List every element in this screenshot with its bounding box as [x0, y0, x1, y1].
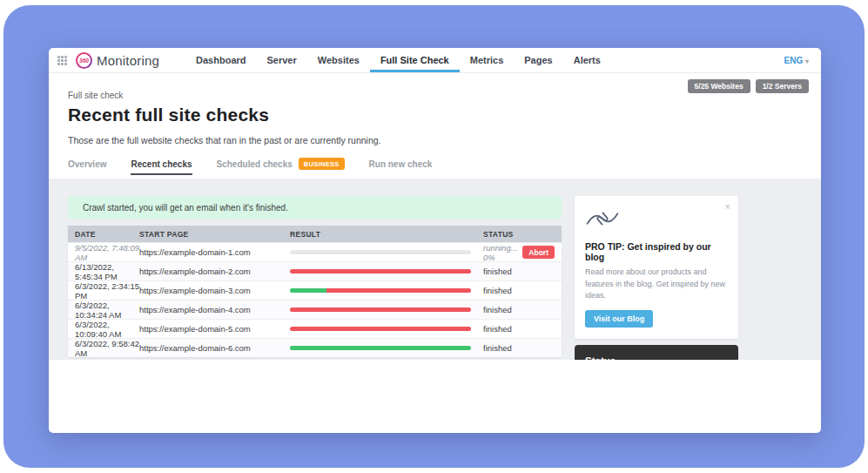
cell-start-page: https://example-domain-3.com [139, 286, 290, 295]
cell-date: 6/3/2022, 9:58:42 AM [68, 339, 139, 358]
cell-result [290, 269, 483, 274]
column-header-start-page: START PAGE [139, 230, 290, 239]
cell-date: 6/3/2022, 10:34:24 AM [68, 301, 139, 320]
status-text: finished [483, 286, 512, 295]
progress-segment [290, 288, 326, 293]
tab-overview[interactable]: Overview [68, 159, 106, 175]
nav-item-pages[interactable]: Pages [514, 48, 562, 72]
usage-badge-0: 5/25 Websites [688, 79, 750, 93]
tab-label: Overview [68, 159, 106, 169]
page-header: 5/25 Websites1/2 Servers Full site check… [49, 73, 821, 179]
progress-bar [290, 346, 471, 350]
tab-label: Recent checks [131, 159, 192, 169]
visit-blog-button[interactable]: Visit our Blog [585, 310, 653, 328]
cell-status: finished [483, 305, 562, 314]
chevron-down-icon: ▾ [805, 57, 809, 65]
tab-recent-checks[interactable]: Recent checks [131, 159, 192, 175]
close-icon[interactable]: × [725, 202, 730, 212]
protip-card: × PRO TIP: Get inspired by our blog Read… [575, 196, 738, 339]
cell-start-page: https://example-domain-4.com [139, 305, 290, 314]
cell-start-page: https://example-domain-2.com [139, 267, 290, 276]
table-header-row: DATESTART PAGERESULTSTATUS [68, 226, 562, 242]
brand-name: Monitoring [97, 53, 159, 68]
protip-title: PRO TIP: Get inspired by our blog [585, 241, 728, 262]
handshake-icon [585, 206, 620, 231]
progress-segment [290, 327, 471, 331]
sidebar: × PRO TIP: Get inspired by our blog Read… [575, 196, 738, 360]
alert-message: Crawl started, you will get an email whe… [83, 203, 288, 213]
table-row: 6/13/2022, 5:45:34 PMhttps://example-dom… [68, 261, 562, 280]
cell-status: finished [483, 324, 562, 334]
table-row: 6/3/2022, 10:09:40 AMhttps://example-dom… [68, 319, 562, 338]
cell-result [290, 327, 483, 331]
nav-item-full-site-check[interactable]: Full Site Check [370, 48, 460, 72]
status-text: finished [483, 343, 512, 353]
progress-segment [326, 288, 471, 293]
progress-bar [290, 288, 471, 293]
checks-table: DATESTART PAGERESULTSTATUS 9/5/2022, 7:4… [68, 226, 562, 357]
cell-status: finished [483, 286, 562, 295]
cell-status: finished [483, 343, 562, 353]
language-selector[interactable]: ENG ▾ [784, 56, 809, 65]
content-area: Crawl started, you will get an email whe… [49, 179, 821, 360]
progress-bar [290, 269, 471, 274]
progress-bar [290, 250, 471, 254]
usage-badges: 5/25 Websites1/2 Servers [688, 79, 809, 93]
table-row: 6/3/2022, 2:34:15 PMhttps://example-doma… [68, 280, 562, 300]
tab-label: Run new check [369, 159, 433, 169]
column-header-status: STATUS [483, 230, 562, 239]
crawl-started-alert: Crawl started, you will get an email whe… [68, 196, 562, 219]
status-text: running... 0% [483, 243, 518, 262]
cell-date: 6/3/2022, 2:34:15 PM [68, 281, 139, 301]
tab-label: Scheduled checks [217, 159, 293, 169]
cell-date: 9/5/2022, 7:48:09 AM [68, 243, 139, 262]
table-row: 6/3/2022, 9:58:42 AMhttps://example-doma… [68, 338, 562, 357]
checks-column: Crawl started, you will get an email whe… [68, 196, 562, 360]
abort-button[interactable]: Abort [522, 246, 555, 259]
status-text: finished [483, 305, 512, 314]
cell-result [290, 346, 483, 350]
usage-badge-1: 1/2 Servers [756, 79, 809, 93]
page-title: Recent full site checks [68, 105, 802, 125]
progress-bar [290, 327, 471, 331]
progress-segment [290, 307, 471, 312]
protip-body: Read more about our products and feature… [585, 267, 728, 302]
nav-item-dashboard[interactable]: Dashboard [185, 48, 256, 72]
language-label: ENG [784, 56, 804, 65]
business-badge: BUSINESS [299, 158, 345, 170]
app-window: 360 Monitoring DashboardServerWebsitesFu… [49, 48, 821, 433]
page-subtitle: Those are the full website checks that r… [68, 135, 802, 145]
column-header-date: DATE [68, 230, 139, 239]
cell-result [290, 307, 483, 312]
table-body: 9/5/2022, 7:48:09 AMhttps://example-doma… [68, 242, 562, 357]
stage: 360 Monitoring DashboardServerWebsitesFu… [0, 0, 868, 473]
cell-date: 6/13/2022, 5:45:34 PM [68, 262, 139, 281]
tab-scheduled-checks[interactable]: Scheduled checksBUSINESS [217, 158, 345, 176]
nav-item-server[interactable]: Server [257, 48, 307, 72]
tab-bar: OverviewRecent checksScheduled checksBUS… [68, 158, 802, 176]
table-row: 6/3/2022, 10:34:24 AMhttps://example-dom… [68, 300, 562, 319]
top-navigation: 360 Monitoring DashboardServerWebsitesFu… [49, 48, 821, 73]
cell-result [290, 288, 483, 293]
cell-start-page: https://example-domain-5.com [139, 324, 290, 334]
tab-run-new-check[interactable]: Run new check [369, 159, 433, 175]
logo-360-icon: 360 [76, 52, 92, 69]
status-text: finished [483, 267, 512, 276]
nav-item-alerts[interactable]: Alerts [563, 48, 611, 72]
table-row: 9/5/2022, 7:48:09 AMhttps://example-doma… [68, 242, 562, 261]
progress-bar [290, 307, 471, 312]
cell-start-page: https://example-domain-1.com [139, 247, 290, 257]
nav-item-websites[interactable]: Websites [307, 48, 370, 72]
progress-segment [290, 269, 471, 274]
status-panel-title: Status [585, 355, 728, 361]
column-header-result: RESULT [290, 230, 483, 239]
cell-result [290, 250, 483, 254]
cell-start-page: https://example-domain-6.com [139, 343, 290, 353]
status-text: finished [483, 324, 512, 334]
progress-segment [290, 346, 471, 350]
apps-grid-icon[interactable] [57, 56, 67, 65]
cell-date: 6/3/2022, 10:09:40 AM [68, 320, 139, 339]
nav-item-metrics[interactable]: Metrics [460, 48, 515, 72]
brand-logo[interactable]: 360 Monitoring [76, 48, 159, 72]
status-panel: Status SERVERS0 open alert(s)0 servers d… [575, 345, 738, 361]
